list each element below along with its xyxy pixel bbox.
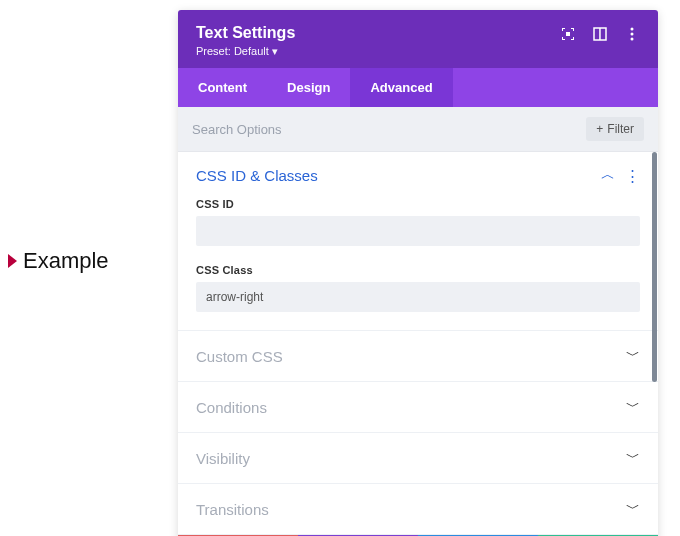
css-id-label: CSS ID — [196, 198, 640, 210]
css-class-field-group: CSS Class — [196, 264, 640, 312]
example-callout: Example — [8, 248, 109, 274]
expand-icon[interactable] — [592, 26, 608, 42]
scrollbar[interactable] — [652, 152, 657, 382]
svg-rect-3 — [573, 28, 574, 31]
filter-button[interactable]: + Filter — [586, 117, 644, 141]
header-actions — [560, 24, 640, 42]
svg-rect-5 — [562, 37, 563, 40]
section-header[interactable]: CSS ID & Classes ︿ ⋮ — [196, 166, 640, 184]
css-id-field-group: CSS ID — [196, 198, 640, 246]
search-row: Search Options + Filter — [178, 107, 658, 152]
css-id-input[interactable] — [196, 216, 640, 246]
section-title: CSS ID & Classes — [196, 167, 318, 184]
chevron-down-icon: ﹀ — [626, 398, 640, 416]
filter-label: Filter — [607, 122, 634, 136]
svg-point-13 — [631, 38, 634, 41]
section-css-id-classes: CSS ID & Classes ︿ ⋮ CSS ID CSS Class — [178, 152, 658, 331]
header-left: Text Settings Preset: Default ▾ — [196, 24, 295, 58]
example-label-text: Example — [23, 248, 109, 274]
svg-rect-7 — [573, 37, 574, 40]
section-conditions[interactable]: Conditions ﹀ — [178, 382, 658, 433]
svg-rect-8 — [566, 32, 570, 36]
search-input[interactable]: Search Options — [192, 122, 282, 137]
svg-rect-10 — [599, 28, 601, 40]
section-title: Visibility — [196, 450, 250, 467]
section-visibility[interactable]: Visibility ﹀ — [178, 433, 658, 484]
preset-selector[interactable]: Preset: Default ▾ — [196, 45, 295, 58]
section-title: Transitions — [196, 501, 269, 518]
svg-point-12 — [631, 33, 634, 36]
panel-title: Text Settings — [196, 24, 295, 42]
panel-header: Text Settings Preset: Default ▾ — [178, 10, 658, 68]
plus-icon: + — [596, 122, 603, 136]
css-class-label: CSS Class — [196, 264, 640, 276]
settings-panel: Text Settings Preset: Default ▾ Content … — [178, 10, 658, 536]
panel-content: CSS ID & Classes ︿ ⋮ CSS ID CSS Class Cu… — [178, 152, 658, 535]
chevron-up-icon[interactable]: ︿ — [601, 166, 615, 184]
more-icon[interactable]: ⋮ — [625, 168, 640, 183]
tab-design[interactable]: Design — [267, 68, 350, 107]
section-title: Conditions — [196, 399, 267, 416]
section-custom-css[interactable]: Custom CSS ﹀ — [178, 331, 658, 382]
preset-label: Preset: Default — [196, 45, 269, 57]
tabs: Content Design Advanced — [178, 68, 658, 107]
tab-content[interactable]: Content — [178, 68, 267, 107]
svg-rect-1 — [562, 28, 563, 31]
svg-point-11 — [631, 28, 634, 31]
tab-advanced[interactable]: Advanced — [350, 68, 452, 107]
focus-icon[interactable] — [560, 26, 576, 42]
caret-down-icon: ▾ — [272, 45, 278, 57]
chevron-down-icon: ﹀ — [626, 347, 640, 365]
css-class-input[interactable] — [196, 282, 640, 312]
section-title: Custom CSS — [196, 348, 283, 365]
chevron-down-icon: ﹀ — [626, 449, 640, 467]
arrow-right-icon — [8, 254, 17, 268]
more-icon[interactable] — [624, 26, 640, 42]
section-transitions[interactable]: Transitions ﹀ — [178, 484, 658, 535]
section-controls: ︿ ⋮ — [601, 166, 640, 184]
chevron-down-icon: ﹀ — [626, 500, 640, 518]
